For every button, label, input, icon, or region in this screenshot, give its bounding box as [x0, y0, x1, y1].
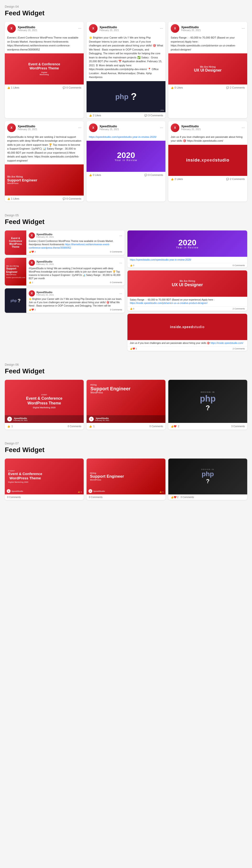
card-04-4: X XpeedStudio February 20, 2021 ··· #Xpe… — [5, 121, 84, 202]
feed-footer: 👍❤️ 2 0 Comments — [29, 251, 122, 253]
like-icon — [89, 174, 92, 176]
card-text: https://xpeedstudio.com/xpeedstudio-year… — [89, 135, 156, 138]
feed-item-d5-r3: inside.xpeedstudio Join us if you love c… — [128, 314, 247, 351]
card-text: Salary Range : - 60,000 to 70,000 BDT (B… — [171, 36, 236, 51]
comments: 2 Comments — [232, 308, 245, 310]
image-ux: We Are Hiring UX UI Designer — [128, 271, 247, 297]
large-card-footer: 👍❤️ 2 3 Comments — [168, 423, 247, 430]
design04-section: Design 04 Feed Widget X XpeedStudio Febr… — [5, 5, 247, 202]
feed-text: Evenex | Event Conference WordPress Them… — [29, 240, 122, 250]
design07-label: Design 07 — [5, 441, 247, 445]
comment-count: 0 Comments — [68, 425, 81, 428]
card-date: February 20, 2021 — [181, 128, 240, 131]
card-menu[interactable]: ··· — [160, 126, 163, 130]
card-04-4-header: X XpeedStudio February 20, 2021 ··· — [5, 121, 84, 133]
card-text: Evenex | Event Conference WordPress Them… — [7, 36, 78, 51]
comments: 2 Comments — [232, 347, 245, 350]
card-name: XpeedStudio — [95, 417, 109, 420]
comments: 0 Comments — [232, 264, 245, 267]
feed-name: XpeedStudio — [36, 233, 54, 236]
feed-menu[interactable]: ··· — [119, 234, 122, 238]
hiring-role: UX UI Designer — [172, 282, 203, 287]
card-footer: 2 Likes 2 Comments — [168, 176, 247, 182]
avatar: X — [171, 123, 179, 132]
footer-text: 👍❤️ 2 3 Comments — [171, 496, 194, 498]
card07-footer: 0 Comments — [5, 494, 84, 500]
comment-icon — [144, 114, 147, 117]
card-image-inside: inside.xpeedstudio — [168, 145, 247, 176]
feed-menu[interactable]: ··· — [119, 291, 122, 295]
card07-1: EVENT Event & ConferenceWordPress Theme … — [5, 459, 84, 500]
feed-menu[interactable]: ··· — [119, 261, 122, 265]
card07-image-support: Hiring Support Engineer WordPress X Xpee… — [86, 459, 166, 494]
avatar-sm: X — [29, 260, 35, 266]
feed-body: Join us if you love challenges and are p… — [128, 340, 247, 346]
year-subtitle: Year in Review — [176, 247, 199, 249]
card-date: February 20, 2021 — [18, 29, 76, 32]
design05-left: Event & ConferenceWordPress Theme X Xpee… — [5, 230, 124, 351]
card07-image-event: EVENT Event & ConferenceWordPress Theme … — [5, 459, 84, 494]
avatar-sm: X — [29, 290, 35, 297]
comment-icon — [144, 174, 147, 176]
feed-content: X XpeedStudio February 20, 2021 ··· 🌟 Br… — [26, 288, 124, 313]
comment-icon — [226, 178, 229, 181]
design06-label: Design 06 — [5, 363, 247, 366]
card-body: #XpeedStudio is hiring! We are seeking 2… — [5, 133, 84, 165]
card-footer-right: 2 Comments — [226, 178, 245, 181]
footer-left: 👍 1 — [7, 425, 13, 428]
feed-footer: 👍❤️ 2 2 Comments — [128, 346, 247, 351]
card-footer-left: 1 Likes — [7, 197, 20, 200]
card-menu[interactable]: ··· — [242, 126, 245, 130]
card-image-2020: 2020 Year in Review — [86, 141, 166, 172]
like-count: 1 Likes — [11, 86, 20, 89]
card-menu[interactable]: ··· — [78, 126, 81, 130]
year-number: 2020 — [178, 238, 196, 247]
like-icon: 👍❤️ — [171, 425, 176, 428]
card-menu[interactable]: ··· — [160, 26, 163, 31]
feed-footer: 👍 0 0 Comments — [128, 263, 247, 268]
feed-date: February 20, 2021 — [36, 263, 54, 266]
card-meta: XpeedStudio February 20, 2021 — [181, 125, 240, 131]
feed-text: #XpeedStudio is hiring! We are seeking 2… — [29, 267, 122, 280]
card-name: XpeedStudio — [100, 26, 158, 29]
like-count: 1 — [11, 425, 13, 428]
card-menu[interactable]: ··· — [78, 26, 81, 31]
card-menu[interactable]: ··· — [242, 26, 245, 31]
comment-icon — [226, 86, 229, 89]
like-count: 2 Likes — [175, 178, 183, 181]
feed-date: February 20, 2021 — [36, 293, 54, 296]
card-04-2-header: X XpeedStudio February 20, 2021 ··· — [86, 22, 166, 34]
design05-title: Feed Widget — [5, 218, 247, 226]
feed-date: February 20, 2021 — [36, 236, 54, 238]
design07-section: Design 07 Feed Widget EVENT Event & Conf… — [5, 441, 247, 500]
comment-count: 0 Comments — [148, 174, 163, 176]
avatar: X — [7, 123, 16, 132]
card-footer: 0 Likes 2 Comments — [168, 85, 247, 90]
comment-count: 0 Comments — [149, 425, 163, 428]
card-image-php: php ? php — [86, 81, 166, 112]
reactions: 👍❤️ 2 — [29, 251, 36, 253]
card-text: Join us if you love challenges and are p… — [171, 135, 243, 143]
brand-name: XpeedStudio — [11, 490, 23, 492]
large-card-footer: 👍 1 0 Comments — [86, 423, 166, 430]
design06-title: Feed Widget — [5, 367, 247, 375]
year-subtitle: Year in Review — [115, 159, 137, 161]
reactions: 👍❤️ 2 — [130, 347, 137, 350]
feed-item-d5-l1: Event & ConferenceWordPress Theme X Xpee… — [5, 230, 124, 255]
card-body: Join us if you love challenges and are p… — [168, 133, 247, 145]
page-wrapper: Design 04 Feed Widget X XpeedStudio Febr… — [0, 0, 252, 517]
card-meta: XpeedStudio February 20, 2021 — [18, 125, 76, 131]
feed-footer: 👍❤️ 2 3 Comments — [29, 308, 122, 311]
card-date: February 20, 2021 — [95, 420, 109, 421]
comment-count: 2 Comments — [230, 178, 245, 181]
card-date: February 25, 2021 — [100, 128, 158, 131]
comment-icon — [63, 86, 66, 89]
avatar: X — [171, 24, 179, 33]
card-name: XpeedStudio — [18, 125, 76, 128]
reactions: 👍 0 — [130, 308, 134, 310]
comment-count: 0 Comments — [67, 86, 81, 89]
feed-name: XpeedStudio — [36, 260, 54, 263]
card-image-ux: We Are Hiring UX UI Designer — [168, 53, 247, 85]
card-date: February 20, 2021 — [181, 29, 240, 32]
card-body: 🌟 Brighten your Career with Us !! We are… — [86, 34, 166, 81]
